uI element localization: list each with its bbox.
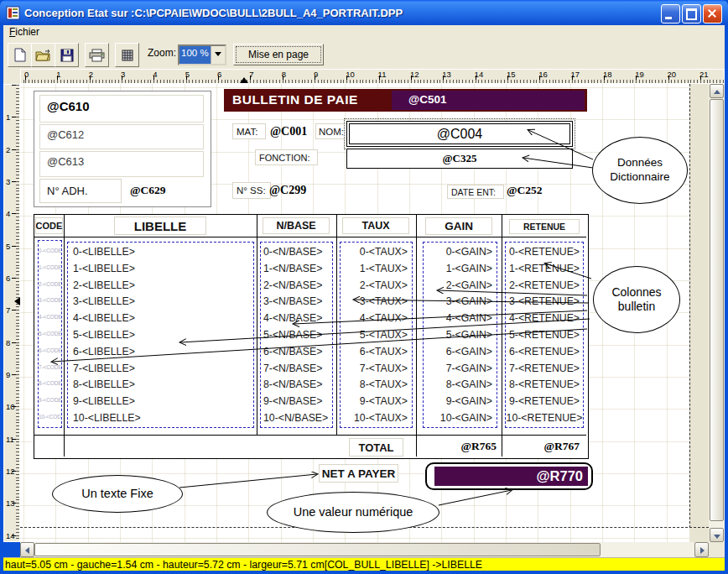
horizontal-scrollbar[interactable] xyxy=(20,542,709,557)
table-cell: 2-<N/BASE> xyxy=(261,278,332,295)
print-button[interactable] xyxy=(85,43,109,67)
field-c501: @C501 xyxy=(408,93,446,106)
scroll-left-button[interactable] xyxy=(20,542,34,557)
table-cell: 8-<RETENUE> xyxy=(506,377,583,394)
field-c299[interactable]: @C299 xyxy=(269,184,306,197)
ruler-number: 19 xyxy=(635,70,667,79)
header-gain[interactable]: GAIN xyxy=(425,217,492,235)
ruler-number: 2 xyxy=(89,70,121,79)
print-icon xyxy=(89,49,105,62)
save-button[interactable] xyxy=(55,43,79,67)
vertical-scrollbar[interactable] xyxy=(709,84,725,542)
vertical-scroll-thumb[interactable] xyxy=(710,99,724,521)
ruler-number: 21 xyxy=(699,70,728,79)
ruler-number: 8 xyxy=(282,70,314,79)
field-c613[interactable]: @C613 xyxy=(39,151,204,177)
save-icon xyxy=(60,49,74,62)
ruler-number: 10 xyxy=(4,374,19,406)
maximize-button[interactable] xyxy=(682,4,701,23)
ruler-number: 1 xyxy=(4,85,19,117)
vertical-ruler: 1234567891011121314 xyxy=(3,84,20,542)
bulletin-table[interactable]: CODE LIBELLE N/BASE TAUX GAIN RETENUE 0-… xyxy=(34,214,589,459)
scroll-down-button[interactable] xyxy=(710,528,724,542)
field-c612[interactable]: @C612 xyxy=(39,124,204,149)
column-code[interactable]: 0-<CODE>1-<CODE>2-<CODE>3-<CODE>4-<CODE>… xyxy=(38,240,62,428)
field-c004-box[interactable]: @C004 xyxy=(346,121,573,147)
ruler-number: 5 xyxy=(4,213,19,245)
header-nbase[interactable]: N/BASE xyxy=(263,217,330,234)
table-cell: 6-<N/BASE> xyxy=(261,344,332,361)
header-retenue[interactable]: RETENUE xyxy=(509,219,580,234)
horizontal-ruler-marker[interactable] xyxy=(240,77,248,83)
column-nbase[interactable]: 0-<N/BASE>1-<N/BASE>2-<N/BASE>3-<N/BASE>… xyxy=(260,242,333,428)
close-button[interactable] xyxy=(703,4,722,23)
annotation-donnees-dictionnaire[interactable]: Données Dictionnaire xyxy=(592,137,688,204)
column-gain[interactable]: 0-<GAIN>1-<GAIN>2-<GAIN>3-<GAIN>4-<GAIN>… xyxy=(423,242,497,428)
column-libelle[interactable]: 0-<LIBELLE>1-<LIBELLE>2-<LIBELLE>3-<LIBE… xyxy=(67,242,254,428)
chevron-down-icon[interactable] xyxy=(211,46,225,64)
table-cell: 1-<N/BASE> xyxy=(261,261,332,278)
header-libelle[interactable]: LIBELLE xyxy=(114,217,206,235)
table-cell: 1-<RETENUE> xyxy=(506,261,583,278)
scroll-right-button[interactable] xyxy=(694,542,709,557)
field-c325-box[interactable]: @C325 xyxy=(346,149,573,169)
ss-label[interactable]: N° SS: xyxy=(232,182,271,199)
table-cell: 9-<N/BASE> xyxy=(261,394,332,410)
bulletin-header-bar[interactable]: BULLETIN DE PAIE @C501 xyxy=(224,89,587,112)
table-cell: 2-<GAIN> xyxy=(424,278,497,295)
ruler-number: 12 xyxy=(4,439,19,471)
minimize-icon xyxy=(665,17,672,19)
adh-label[interactable]: N° ADH. xyxy=(39,179,122,203)
app-window: Conception Etat sur :C:\PCPAIE\WDOC\BULL… xyxy=(0,0,728,574)
table-cell: 2-<RETENUE> xyxy=(506,278,583,295)
ruler-number: 2 xyxy=(4,117,19,149)
scroll-up-button[interactable] xyxy=(710,84,724,98)
ruler-corner xyxy=(3,69,20,84)
column-taux[interactable]: 0-<TAUX>1-<TAUX>2-<TAUX>3-<TAUX>4-<TAUX>… xyxy=(340,242,413,428)
mat-label[interactable]: MAT: xyxy=(232,123,266,139)
total-label[interactable]: TOTAL xyxy=(349,438,403,457)
table-line xyxy=(257,215,257,435)
mise-en-page-button[interactable]: Mise en page xyxy=(233,44,324,65)
design-canvas[interactable]: @C610 @C612 @C613 N° ADH. @C629 BULLETIN… xyxy=(20,84,709,542)
header-taux[interactable]: TAUX xyxy=(342,217,409,234)
ruler-number: 1 xyxy=(56,70,88,79)
ruler-number: 18 xyxy=(603,70,635,79)
employer-box[interactable]: @C610 @C612 @C613 N° ADH. @C629 xyxy=(34,91,211,207)
table-cell: 3-<CODE> xyxy=(39,292,61,309)
page-setup-grid-button[interactable] xyxy=(115,43,139,67)
field-c501-box[interactable]: @C501 xyxy=(392,91,585,110)
field-r770-box[interactable]: @R770 xyxy=(425,462,593,490)
nom-label[interactable]: NOM: xyxy=(315,123,347,139)
menu-fichier[interactable]: Fichier xyxy=(3,25,45,39)
zoom-combobox[interactable]: 100 % xyxy=(178,44,226,65)
field-c252[interactable]: @C252 xyxy=(507,184,543,197)
new-document-button[interactable] xyxy=(8,43,32,67)
column-retenue[interactable]: 0-<RETENUE>1-<RETENUE>2-<RETENUE>3-<RETE… xyxy=(505,242,584,428)
table-line xyxy=(502,215,502,457)
field-c001[interactable]: @C001 xyxy=(270,125,307,138)
header-code[interactable]: CODE xyxy=(35,217,63,234)
field-c629[interactable]: @C629 xyxy=(130,184,166,197)
field-r765[interactable]: @R765 xyxy=(416,440,497,453)
ruler-number: 20 xyxy=(668,70,699,79)
ruler-number: 5 xyxy=(185,70,217,79)
fonction-label[interactable]: FONCTION: xyxy=(255,149,318,165)
field-c610[interactable]: @C610 xyxy=(39,95,204,123)
field-r767[interactable]: @R767 xyxy=(502,440,580,453)
annotation-valeur-numerique[interactable]: Une valeur numérique xyxy=(267,492,439,533)
net-a-payer-label[interactable]: NET A PAYER xyxy=(319,464,398,483)
minimize-button[interactable] xyxy=(661,4,680,23)
horizontal-scroll-thumb[interactable] xyxy=(34,543,601,556)
date-ent-label[interactable]: DATE ENT: xyxy=(447,185,504,199)
annotation-texte-fixe[interactable]: Un texte Fixe xyxy=(52,475,183,513)
annotation-colonnes-bulletin[interactable]: Colonnes bulletin xyxy=(593,266,680,333)
ruler-number: 10 xyxy=(346,70,377,79)
vertical-ruler-marker[interactable] xyxy=(14,297,20,305)
title-bar[interactable]: Conception Etat sur :C:\PCPAIE\WDOC\BULL… xyxy=(0,0,728,25)
open-button[interactable] xyxy=(31,43,55,67)
new-document-icon xyxy=(14,48,26,62)
table-cell: 7-<LIBELLE> xyxy=(68,361,253,378)
table-cell: 7-<TAUX> xyxy=(341,361,412,378)
menu-bar: Fichier xyxy=(3,25,725,41)
